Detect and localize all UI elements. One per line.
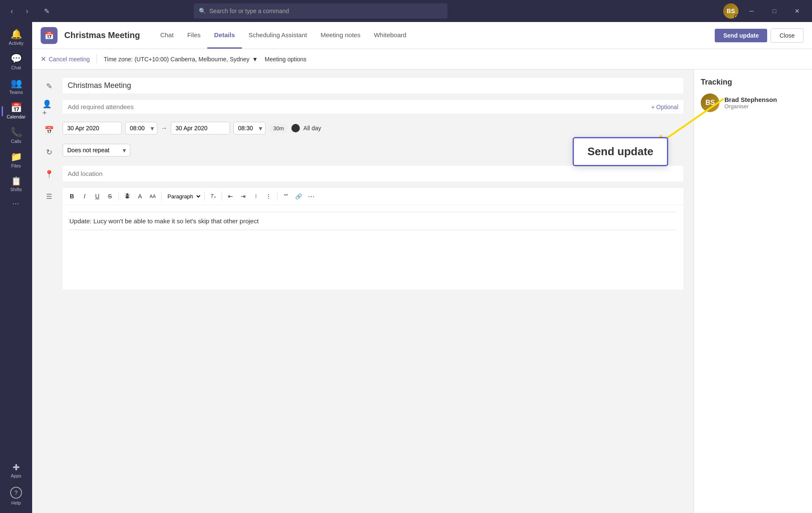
italic-button[interactable]: I [79,190,91,202]
datetime-content: 08:00 08:30 09:00 → 08:30 09:00 [63,122,683,134]
repeat-select[interactable]: Does not repeat Daily Weekly Monthly [63,144,130,156]
tab-whiteboard[interactable]: Whiteboard [367,22,413,49]
meeting-title: Christmas Meeting [64,30,140,40]
repeat-select-wrapper: Does not repeat Daily Weekly Monthly [63,144,130,156]
tab-details[interactable]: Details [207,22,241,49]
meeting-options-button[interactable]: Meeting options [265,56,307,63]
location-content [63,166,683,181]
calls-icon: 📞 [11,128,22,137]
highlight-button[interactable]: ⛇ [121,190,133,202]
datetime-row: 📅 08:00 08:30 09:00 → [42,122,683,139]
sidebar-item-activity[interactable]: 🔔 Activity [2,25,30,50]
compose-button[interactable]: ✎ [39,3,54,19]
maximize-button[interactable]: □ [765,3,784,19]
repeat-icon: ↻ [42,144,56,161]
tab-scheduling[interactable]: Scheduling Assistant [242,22,314,49]
search-input[interactable] [209,8,442,14]
end-time-select[interactable]: 08:30 09:00 09:30 [233,122,266,134]
meeting-icon: 📅 [41,27,58,44]
editor-icon: ☰ [42,188,56,205]
sidebar-item-apps[interactable]: ✚ Apps [2,459,30,483]
toolbar-sep-5 [277,192,277,200]
teams-icon: 👥 [11,79,22,88]
content-area: 📅 Christmas Meeting Chat Files Details S… [32,22,812,513]
paragraph-select[interactable]: Paragraph Heading 1 Heading 2 [164,192,202,201]
cancel-meeting-button[interactable]: ✕ Cancel meeting [41,55,90,63]
main-body: ✎ 👤+ + Optional [32,69,812,513]
timezone-label: Time zone: (UTC+10:00) Canberra, Melbour… [104,56,250,63]
font-color-button[interactable]: A [134,190,146,202]
datetime-icon: 📅 [42,122,56,139]
timezone-selector[interactable]: Time zone: (UTC+10:00) Canberra, Melbour… [104,56,258,63]
clear-format-button[interactable]: Tₓ [207,190,219,202]
sidebar-item-calendar[interactable]: 📅 Calendar [2,99,30,123]
send-update-header-button[interactable]: Send update [715,29,767,42]
more-options-button[interactable]: ⋯ [305,190,317,202]
numbering-button[interactable]: ⋮ [263,190,274,202]
allday-label: All day [303,125,321,132]
sidebar-item-teams[interactable]: 👥 Teams [2,74,30,99]
sidebar-item-files[interactable]: 📁 Files [2,148,30,173]
attendees-input[interactable] [68,103,648,110]
minimize-button[interactable]: ─ [742,3,761,19]
close-window-button[interactable]: ✕ [787,3,807,19]
outdent-button[interactable]: ⇤ [225,190,236,202]
tab-chat[interactable]: Chat [154,22,181,49]
apps-icon: ✚ [13,463,20,472]
editor-content-area[interactable]: Update: Lucy won't be able to make it so… [63,205,683,290]
send-update-popup[interactable]: Send update [573,137,668,166]
start-time-select[interactable]: 08:00 08:30 09:00 [125,122,157,134]
title-bar-actions: BS ─ □ ✕ [723,3,807,19]
sidebar-item-calls[interactable]: 📞 Calls [2,123,30,148]
sidebar-label-calls: Calls [11,139,21,144]
sidebar-item-help[interactable]: ? Help [2,483,30,510]
sidebar-label-help: Help [11,500,21,505]
tab-files[interactable]: Files [181,22,208,49]
location-input[interactable] [63,166,683,181]
editor-divider-bottom [69,230,677,230]
quote-button[interactable]: “” [280,190,292,202]
nav-buttons: ‹ › [5,4,34,18]
meeting-header-actions: Send update Close [715,28,804,43]
bullets-button[interactable]: ⁝ [250,190,262,202]
meeting-tabs: Chat Files Details Scheduling Assistant … [154,22,413,49]
indent-button[interactable]: ⇥ [237,190,249,202]
link-button[interactable]: 🔗 [293,190,304,202]
start-time-wrapper: 08:00 08:30 09:00 [125,122,157,134]
start-date-input[interactable] [63,122,122,134]
duration-badge: 30m [269,123,288,133]
allday-toggle[interactable] [291,124,300,132]
toolbar-sep-2 [161,192,162,200]
search-bar[interactable]: 🔍 [194,3,447,19]
search-icon: 🔍 [199,8,206,14]
end-date-input[interactable] [171,122,230,134]
sidebar-label-files: Files [11,163,21,168]
meeting-title-input[interactable] [63,78,683,93]
sidebar-label-calendar: Calendar [7,114,26,119]
editor-content-container: B I U S ⛇ A AA Paragraph [63,188,683,290]
date-time-row: 08:00 08:30 09:00 → 08:30 09:00 [63,122,683,134]
rich-text-editor: B I U S ⛇ A AA Paragraph [63,188,683,290]
more-icon: ⋯ [12,200,20,207]
font-size-button[interactable]: AA [147,190,159,202]
back-button[interactable]: ‹ [5,4,19,18]
sidebar-item-shifts[interactable]: 📋 Shifts [2,173,30,196]
title-row: ✎ [42,78,683,95]
toolbar-sep-1 [118,192,119,200]
calendar-icon: 📅 [11,103,22,112]
avatar[interactable]: BS [723,3,738,19]
activity-icon: 🔔 [11,30,22,39]
edit-icon: ✎ [42,78,56,95]
close-meeting-button[interactable]: Close [771,28,804,43]
attendees-input-row: + Optional [63,100,683,114]
sidebar-label-teams: Teams [9,90,23,95]
arrow-right-icon: → [161,124,167,132]
forward-button[interactable]: › [20,4,34,18]
sidebar-item-chat[interactable]: 💬 Chat [2,50,30,74]
tab-meeting-notes[interactable]: Meeting notes [314,22,367,49]
sidebar-item-more[interactable]: ⋯ [2,196,30,211]
underline-button[interactable]: U [91,190,103,202]
toolbar-sep-4 [222,192,222,200]
strikethrough-button[interactable]: S [104,190,116,202]
bold-button[interactable]: B [66,190,78,202]
